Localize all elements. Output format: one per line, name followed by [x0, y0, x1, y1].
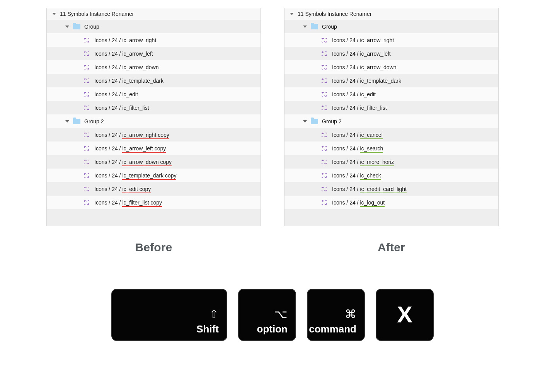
- command-icon: ⌘: [345, 308, 356, 320]
- symbol-instance-icon: [83, 199, 90, 206]
- layer-label: Icons / 24 / ic_arrow_left copy: [94, 145, 166, 152]
- layer-row[interactable]: Icons / 24 / ic_arrow_left: [47, 47, 261, 60]
- layer-list-before: 11 Symbols Instance Renamer Group Icons …: [46, 8, 261, 226]
- layer-row[interactable]: Icons / 24 / ic_cancel: [284, 128, 498, 141]
- keyboard-shortcut: ⇧ Shift ⌥ option ⌘ command X: [0, 289, 545, 341]
- key-option: ⌥ option: [238, 289, 296, 341]
- layer-label: Icons / 24 / ic_arrow_left: [332, 51, 391, 57]
- layer-row[interactable]: Icons / 24 / ic_edit: [284, 87, 498, 101]
- layer-row[interactable]: Icons / 24 / ic_filter_list: [47, 101, 261, 114]
- panel-spacer: [284, 209, 498, 226]
- layer-label: Icons / 24 / ic_search: [332, 145, 383, 152]
- symbol-instance-icon: [83, 159, 90, 165]
- key-command: ⌘ command: [307, 289, 365, 341]
- layer-row[interactable]: Icons / 24 / ic_edit copy: [47, 182, 261, 196]
- symbol-instance-icon: [83, 186, 90, 192]
- folder-icon: [73, 24, 80, 29]
- symbol-instance-icon: [321, 199, 327, 206]
- layer-label: Icons / 24 / ic_arrow_right: [94, 37, 156, 43]
- layer-label: Icons / 24 / ic_arrow_right copy: [94, 132, 169, 138]
- layer-row[interactable]: Icons / 24 / ic_arrow_left copy: [47, 141, 261, 155]
- after-panel: 11 Symbols Instance Renamer Group Icons …: [284, 8, 499, 254]
- layer-row[interactable]: Icons / 24 / ic_arrow_right: [47, 33, 261, 47]
- layer-label: Icons / 24 / ic_edit: [94, 91, 138, 97]
- symbol-instance-icon: [321, 78, 327, 84]
- folder-icon: [311, 24, 318, 29]
- symbol-instance-icon: [321, 145, 327, 152]
- folder-icon: [311, 119, 318, 124]
- layer-label: Icons / 24 / ic_template_dark: [94, 78, 164, 84]
- symbol-instance-icon: [321, 159, 327, 165]
- layer-label: Icons / 24 / ic_arrow_down copy: [94, 159, 172, 165]
- layer-row[interactable]: Icons / 24 / ic_template_dark copy: [47, 169, 261, 182]
- layer-row[interactable]: Icons / 24 / ic_template_dark: [284, 74, 498, 87]
- symbol-instance-icon: [83, 132, 90, 138]
- layer-row[interactable]: Icons / 24 / ic_more_horiz: [284, 155, 498, 169]
- key-label: Shift: [196, 324, 219, 334]
- layer-row[interactable]: Icons / 24 / ic_arrow_down: [284, 60, 498, 74]
- layer-label: Icons / 24 / ic_log_out: [332, 199, 385, 206]
- layer-row[interactable]: Icons / 24 / ic_check: [284, 169, 498, 182]
- layer-label: Icons / 24 / ic_template_dark copy: [94, 172, 176, 179]
- symbol-instance-icon: [83, 105, 90, 111]
- layer-label: Icons / 24 / ic_more_horiz: [332, 159, 394, 165]
- key-x: X: [376, 289, 434, 341]
- layer-row[interactable]: Icons / 24 / ic_edit: [47, 87, 261, 101]
- symbol-instance-icon: [321, 37, 327, 43]
- symbol-instance-icon: [321, 51, 327, 57]
- layer-label: Icons / 24 / ic_credit_card_light: [332, 186, 407, 192]
- key-label: command: [309, 324, 356, 334]
- layer-list-after: 11 Symbols Instance Renamer Group Icons …: [284, 8, 499, 226]
- symbol-instance-icon: [83, 172, 90, 179]
- layer-row[interactable]: Icons / 24 / ic_log_out: [284, 196, 498, 209]
- layer-label: Icons / 24 / ic_cancel: [332, 132, 383, 138]
- layer-label: Icons / 24 / ic_edit copy: [94, 186, 151, 192]
- layer-label: Icons / 24 / ic_filter_list: [332, 105, 387, 111]
- folder-icon: [73, 119, 80, 124]
- symbol-instance-icon: [83, 91, 90, 97]
- panel-header[interactable]: 11 Symbols Instance Renamer: [284, 8, 498, 20]
- layer-row[interactable]: Icons / 24 / ic_arrow_down copy: [47, 155, 261, 169]
- layer-row[interactable]: Icons / 24 / ic_template_dark: [47, 74, 261, 87]
- symbol-instance-icon: [321, 64, 327, 70]
- layer-row[interactable]: Icons / 24 / ic_search: [284, 141, 498, 155]
- symbol-instance-icon: [321, 91, 327, 97]
- group-label: Group 2: [322, 118, 342, 124]
- key-label: X: [397, 303, 412, 326]
- group-row[interactable]: Group: [284, 20, 498, 33]
- panel-spacer: [47, 209, 261, 226]
- layer-label: Icons / 24 / ic_edit: [332, 91, 376, 97]
- group-row[interactable]: Group 2: [284, 114, 498, 128]
- layer-row[interactable]: Icons / 24 / ic_credit_card_light: [284, 182, 498, 196]
- symbol-instance-icon: [83, 51, 90, 57]
- layer-row[interactable]: Icons / 24 / ic_arrow_right: [284, 33, 498, 47]
- layer-row[interactable]: Icons / 24 / ic_filter_list copy: [47, 196, 261, 209]
- chevron-down-icon: [303, 26, 307, 28]
- layer-label: Icons / 24 / ic_check: [332, 172, 381, 179]
- layer-row[interactable]: Icons / 24 / ic_arrow_right copy: [47, 128, 261, 141]
- layer-row[interactable]: Icons / 24 / ic_arrow_down: [47, 60, 261, 74]
- key-label: option: [257, 324, 288, 334]
- chevron-down-icon: [290, 13, 294, 15]
- symbol-instance-icon: [321, 186, 327, 192]
- layer-label: Icons / 24 / ic_filter_list copy: [94, 199, 162, 206]
- panel-header[interactable]: 11 Symbols Instance Renamer: [47, 8, 261, 20]
- symbol-instance-icon: [83, 145, 90, 152]
- layer-row[interactable]: Icons / 24 / ic_arrow_left: [284, 47, 498, 60]
- group-row[interactable]: Group 2: [47, 114, 261, 128]
- chevron-down-icon: [52, 13, 56, 15]
- layer-label: Icons / 24 / ic_arrow_right: [332, 37, 394, 43]
- before-panel: 11 Symbols Instance Renamer Group Icons …: [46, 8, 261, 254]
- group-row[interactable]: Group: [47, 20, 261, 33]
- group-label: Group 2: [84, 118, 104, 124]
- layer-row[interactable]: Icons / 24 / ic_filter_list: [284, 101, 498, 114]
- symbol-instance-icon: [321, 105, 327, 111]
- caption-before: Before: [46, 241, 261, 254]
- layer-label: Icons / 24 / ic_template_dark: [332, 78, 401, 84]
- chevron-down-icon: [303, 120, 307, 123]
- layer-label: Icons / 24 / ic_arrow_down: [94, 64, 159, 70]
- chevron-down-icon: [65, 26, 69, 28]
- layer-label: Icons / 24 / ic_filter_list: [94, 105, 149, 111]
- layer-label: Icons / 24 / ic_arrow_down: [332, 64, 397, 70]
- chevron-down-icon: [65, 120, 69, 123]
